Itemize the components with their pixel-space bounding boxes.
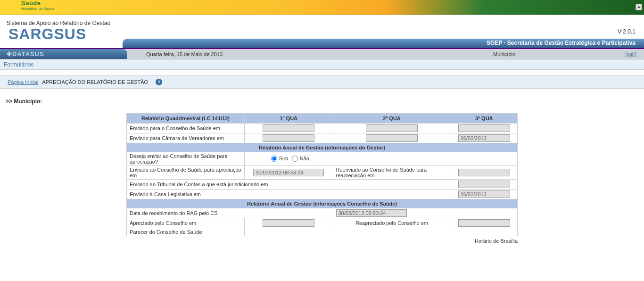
help-icon[interactable]: ? bbox=[156, 79, 162, 85]
row-label: Deseja enviar ao Conselho de Saúde para … bbox=[127, 152, 245, 166]
sgep-label: SGEP - Secretaria de Gestão Estratégica … bbox=[123, 39, 644, 48]
row-label: Reenviado ao Conselho de Saúde para reap… bbox=[333, 166, 451, 180]
current-date: Quarta-feira, 15 de Maio de 2013 bbox=[127, 51, 493, 57]
spacer bbox=[0, 70, 644, 75]
input-casa-leg[interactable] bbox=[458, 190, 510, 198]
table-row: Apreciado pelo Conselho em Reapreciado p… bbox=[127, 218, 518, 228]
municipio-label: Município: bbox=[493, 51, 625, 57]
row-label: Enviado ao Tribunal de Contas a que está… bbox=[127, 180, 451, 190]
input-conselho-q3[interactable] bbox=[458, 124, 510, 132]
table-row: Data de recebimento do RAG pelo CS bbox=[127, 208, 518, 218]
input-camara-q3[interactable] bbox=[458, 134, 510, 142]
input-camara-q2[interactable] bbox=[366, 134, 418, 142]
ministry-logo: Saúde Ministério da Saúde bbox=[21, 0, 55, 11]
logout-link[interactable]: [sair] bbox=[625, 51, 644, 57]
row-label: Data de recebimento do RAG pelo CS bbox=[127, 208, 333, 218]
hdr-q1: 1º QUA bbox=[245, 114, 333, 124]
version-label: V-2.0.1 bbox=[618, 28, 636, 35]
input-apreciado[interactable] bbox=[263, 219, 314, 227]
hdr-q3: 3º QUA bbox=[451, 114, 518, 124]
table-row: Enviado ao Conselho de Saúde para apreci… bbox=[127, 166, 518, 180]
table-row: Enviado à Casa Legislativa em bbox=[127, 190, 518, 199]
system-description: Sistema de Apoio ao Relatório de Gestão bbox=[0, 15, 644, 28]
page-title-prefix: >> Município: bbox=[6, 98, 42, 105]
table-row: Deseja enviar ao Conselho de Saúde para … bbox=[127, 152, 518, 166]
input-camara-q1[interactable] bbox=[263, 134, 314, 142]
ministry-name: Saúde bbox=[21, 0, 55, 7]
content-area: >> Município: Relatório Quadrimestral (L… bbox=[0, 89, 644, 248]
label-sim: Sim bbox=[279, 156, 288, 161]
row-label: Parecer do Conselho de Saúde bbox=[127, 228, 245, 236]
section-conselho: Relatório Anual de Gestão (informações C… bbox=[127, 199, 518, 208]
section-gestor: Relatório Anual de Gestão (informações d… bbox=[127, 143, 518, 152]
input-conselho-q2[interactable] bbox=[366, 124, 418, 132]
row-label: Reapreciado pelo Conselho em bbox=[333, 218, 451, 228]
row-label: Enviado para o Conselho de Saúde em bbox=[127, 124, 245, 133]
radio-sim[interactable] bbox=[271, 156, 277, 162]
menu-bar: Formulários bbox=[0, 59, 644, 70]
hdr-q2: 2º QUA bbox=[333, 114, 451, 124]
table-row: Enviado para Câmara de Vereadores em bbox=[127, 133, 518, 143]
row-label: Enviado para Câmara de Vereadores em bbox=[127, 133, 245, 143]
row-label: Enviado ao Conselho de Saúde para apreci… bbox=[127, 166, 245, 180]
info-bar: ✚DATASUS Quarta-feira, 15 de Maio de 201… bbox=[0, 49, 644, 59]
input-reapreciado[interactable] bbox=[458, 219, 510, 227]
menu-formularios[interactable]: Formulários bbox=[4, 61, 33, 68]
table-row: Enviado para o Conselho de Saúde em bbox=[127, 124, 518, 133]
top-banner: Saúde Ministério da Saúde ▲ bbox=[0, 0, 644, 15]
table-row: Parecer do Conselho de Saúde bbox=[127, 228, 518, 236]
hdr-quadrimestral: Relatório Quadrimestral (LC 141/12) bbox=[127, 114, 245, 124]
datasus-text: DATASUS bbox=[12, 50, 44, 58]
scroll-up-icon[interactable]: ▲ bbox=[636, 4, 642, 10]
header-bar: SARGSUS V-2.0.1 SGEP - Secretaria de Ges… bbox=[0, 28, 644, 49]
table-row: Enviado ao Tribunal de Contas a que está… bbox=[127, 180, 518, 190]
datasus-label: ✚DATASUS bbox=[0, 49, 127, 59]
breadcrumb-home[interactable]: Página Inicial bbox=[8, 79, 38, 85]
input-tribunal[interactable] bbox=[458, 181, 510, 188]
ministry-sub: Ministério da Saúde bbox=[21, 7, 55, 11]
report-table: Relatório Quadrimestral (LC 141/12) 1º Q… bbox=[126, 113, 518, 236]
input-data-receb[interactable] bbox=[336, 209, 407, 217]
row-label: Enviado à Casa Legislativa em bbox=[127, 190, 451, 199]
page-title: >> Município: bbox=[5, 98, 639, 105]
input-env-apreciacao[interactable] bbox=[253, 169, 324, 176]
footer-timezone: Horário de Brasília bbox=[126, 238, 518, 244]
row-label: Apreciado pelo Conselho em bbox=[127, 218, 245, 228]
label-nao: Não bbox=[300, 156, 309, 161]
input-conselho-q1[interactable] bbox=[263, 124, 314, 132]
input-reenviado[interactable] bbox=[458, 169, 510, 176]
radio-nao[interactable] bbox=[292, 156, 298, 162]
breadcrumb-title: APRECIAÇÃO DO RELATÓRIO DE GESTÃO bbox=[42, 79, 148, 85]
breadcrumb: Página Inicial APRECIAÇÃO DO RELATÓRIO D… bbox=[0, 75, 644, 89]
system-name: SARGSUS bbox=[8, 25, 86, 43]
